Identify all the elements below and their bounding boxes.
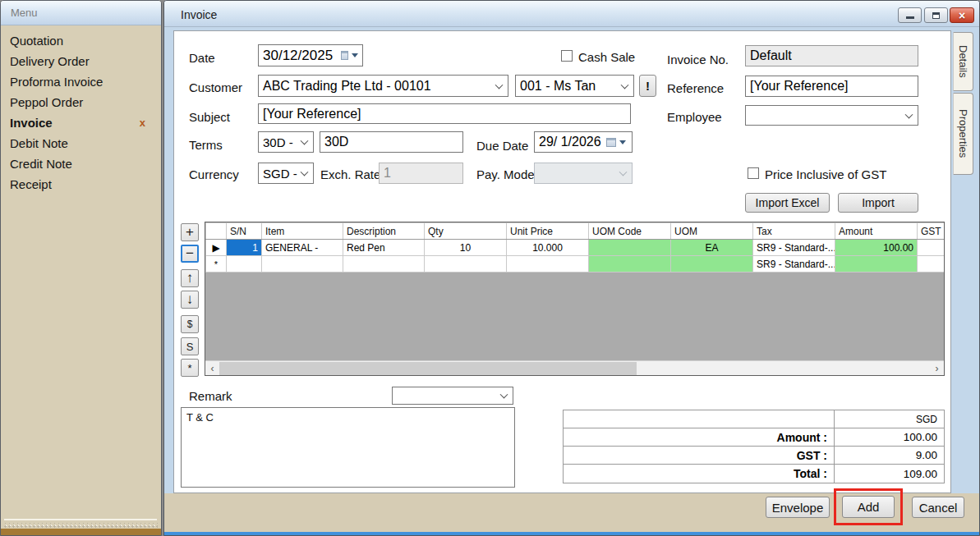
price-inclusive-gst-checkbox[interactable] bbox=[748, 167, 759, 179]
cell-description[interactable]: Red Pen bbox=[343, 240, 425, 256]
sidebar-item-proforma-invoice[interactable]: Proforma Invoice bbox=[2, 71, 159, 92]
col-header-qty[interactable]: Qty bbox=[425, 223, 507, 240]
sidebar-item-invoice[interactable]: Invoice x bbox=[2, 112, 159, 133]
red-highlight-annotation bbox=[834, 488, 903, 525]
price-inclusive-gst-label: Price Inclusive of GST bbox=[765, 167, 886, 181]
currency-label: Currency bbox=[189, 167, 239, 181]
remark-label: Remark bbox=[189, 389, 232, 403]
cell-amount[interactable]: 100.00 bbox=[835, 240, 918, 256]
scroll-left-icon[interactable]: ‹ bbox=[205, 361, 219, 376]
terms-conditions-textarea[interactable]: T & C bbox=[181, 407, 515, 488]
import-button[interactable]: Import bbox=[838, 193, 918, 213]
tab-details[interactable]: Details bbox=[953, 32, 973, 91]
sidebar-item-peppol-order[interactable]: Peppol Order bbox=[2, 92, 159, 112]
sidebar-item-debit-note[interactable]: Debit Note bbox=[2, 133, 159, 153]
cell-tax[interactable]: SR9 - Standard-... bbox=[753, 240, 835, 256]
cell-gst[interactable] bbox=[918, 256, 945, 273]
col-header-gst[interactable]: GST bbox=[918, 223, 945, 240]
col-header-amount[interactable]: Amount bbox=[835, 223, 918, 240]
cell-unit-price[interactable] bbox=[507, 256, 589, 273]
terms-input[interactable]: 30D bbox=[320, 131, 463, 153]
cell-sn[interactable] bbox=[227, 256, 262, 273]
col-header-uom-code[interactable]: UOM Code bbox=[589, 223, 671, 240]
currency-select[interactable]: SGD - bbox=[258, 163, 314, 184]
customer-label: Customer bbox=[189, 80, 242, 94]
cell-tax[interactable]: SR9 - Standard-... bbox=[753, 256, 835, 273]
sidebar-item-receipt[interactable]: Receipt bbox=[2, 174, 159, 195]
row-selector[interactable]: ▶ bbox=[206, 240, 227, 256]
col-header-item[interactable]: Item bbox=[262, 223, 343, 240]
cash-sale-label: Cash Sale bbox=[578, 50, 635, 64]
cash-sale-checkbox[interactable] bbox=[561, 50, 573, 62]
cell-uom[interactable] bbox=[671, 256, 753, 273]
date-dropdown-icon[interactable] bbox=[619, 140, 626, 144]
col-header-description[interactable]: Description bbox=[343, 223, 425, 240]
delete-row-button[interactable]: − bbox=[181, 245, 199, 263]
summary-gst-label: GST : bbox=[564, 447, 835, 464]
move-row-up-button[interactable]: ↑ bbox=[181, 269, 199, 287]
cell-description[interactable] bbox=[343, 256, 425, 273]
close-icon: × bbox=[959, 10, 965, 21]
restore-button[interactable] bbox=[924, 7, 948, 23]
date-dropdown-icon[interactable] bbox=[352, 53, 358, 57]
tab-properties[interactable]: Properties bbox=[953, 93, 973, 175]
calendar-icon[interactable] bbox=[606, 138, 616, 147]
summary-total-value: 109.00 bbox=[835, 465, 944, 483]
chevron-down-icon bbox=[621, 80, 629, 89]
sidebar-item-credit-note[interactable]: Credit Note bbox=[2, 153, 159, 174]
col-header-sn[interactable]: S/N bbox=[227, 223, 262, 240]
cancel-button[interactable]: Cancel bbox=[912, 497, 964, 518]
close-button[interactable]: × bbox=[950, 7, 974, 23]
invoice-form-panel: Date 30/12/2025 Cash Sale Invoice No. De… bbox=[173, 30, 951, 493]
import-excel-button[interactable]: Import Excel bbox=[745, 193, 830, 213]
dollar-button[interactable]: $ bbox=[181, 315, 199, 333]
remark-select[interactable] bbox=[392, 387, 513, 405]
employee-select[interactable] bbox=[745, 105, 918, 126]
cell-uom-code[interactable] bbox=[589, 240, 671, 256]
invoice-window-titlebar[interactable]: Invoice bbox=[164, 1, 979, 27]
invoice-no-field[interactable]: Default bbox=[745, 45, 918, 66]
close-tab-icon[interactable]: x bbox=[140, 117, 145, 129]
cell-uom[interactable]: EA bbox=[671, 240, 753, 256]
summary-total-row: Total : 109.00 bbox=[564, 465, 944, 483]
new-row-selector[interactable]: * bbox=[206, 256, 227, 273]
cell-amount[interactable] bbox=[835, 256, 918, 273]
col-header-uom[interactable]: UOM bbox=[671, 223, 753, 240]
grid-horizontal-scrollbar[interactable]: ‹ › bbox=[205, 360, 944, 375]
summary-currency-row: SGD bbox=[564, 410, 944, 428]
sidebar-item-delivery-order[interactable]: Delivery Order bbox=[2, 51, 159, 71]
calendar-icon[interactable] bbox=[341, 51, 348, 60]
employee-label: Employee bbox=[667, 110, 722, 124]
sidebar-item-quotation[interactable]: Quotation bbox=[2, 30, 159, 51]
cell-item[interactable]: GENERAL - bbox=[262, 240, 343, 256]
scroll-right-icon[interactable]: › bbox=[930, 361, 944, 376]
cell-item[interactable] bbox=[262, 256, 343, 273]
reference-input[interactable]: [Your Reference] bbox=[745, 76, 918, 97]
cell-qty[interactable] bbox=[425, 256, 507, 273]
subject-input[interactable]: [Your Reference] bbox=[258, 103, 631, 124]
menu-panel-titlebar[interactable]: Menu bbox=[1, 1, 161, 25]
envelope-button[interactable]: Envelope bbox=[766, 497, 830, 518]
window-title: Invoice bbox=[181, 8, 217, 21]
cell-gst[interactable] bbox=[918, 240, 945, 256]
terms-code-select[interactable]: 30D - bbox=[258, 131, 314, 153]
asterisk-button[interactable]: * bbox=[181, 359, 199, 377]
cell-sn[interactable]: 1 bbox=[227, 240, 262, 256]
grid-header-row: S/N Item Description Qty Unit Price UOM … bbox=[206, 223, 945, 240]
due-date-input[interactable]: 29/ 1/2026 bbox=[534, 131, 633, 153]
move-row-down-button[interactable]: ↓ bbox=[181, 291, 199, 309]
menu-panel: Menu Quotation Delivery Order Proforma I… bbox=[0, 0, 162, 536]
minimize-button[interactable] bbox=[898, 7, 922, 23]
customer-select[interactable]: ABC Trading Pte Ltd - 00101 bbox=[258, 75, 508, 97]
date-input[interactable]: 30/12/2025 bbox=[258, 44, 363, 66]
contact-select[interactable]: 001 - Ms Tan bbox=[515, 75, 634, 97]
cell-qty[interactable]: 10 bbox=[425, 240, 507, 256]
s-button[interactable]: S bbox=[181, 337, 199, 355]
customer-alert-button[interactable]: ! bbox=[639, 75, 656, 97]
col-header-tax[interactable]: Tax bbox=[753, 223, 835, 240]
add-row-button[interactable]: + bbox=[181, 223, 199, 241]
cell-uom-code[interactable] bbox=[589, 256, 671, 273]
scrollbar-thumb[interactable] bbox=[219, 362, 637, 375]
cell-unit-price[interactable]: 10.000 bbox=[507, 240, 589, 256]
col-header-unit-price[interactable]: Unit Price bbox=[507, 223, 589, 240]
